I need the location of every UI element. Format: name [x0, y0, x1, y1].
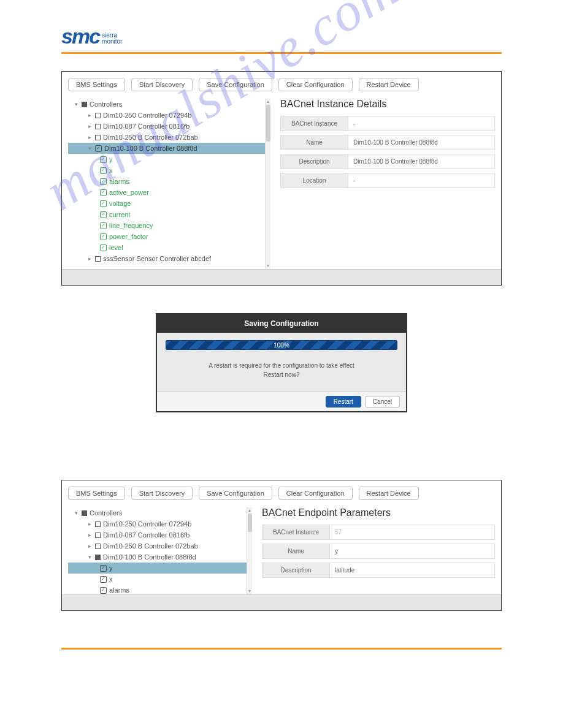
tree-child[interactable]: ✓level [68, 242, 270, 253]
check-icon: ✓ [100, 167, 107, 174]
tree-root-label: Controllers [90, 509, 122, 517]
tree-root[interactable]: ▾ Controllers [68, 507, 252, 518]
tree-item-label: Dim10-100 B Controller 088f8d [103, 553, 196, 561]
chevron-right-icon[interactable]: ▸ [86, 543, 93, 549]
scrollbar[interactable]: ▴ ▾ [247, 507, 252, 594]
device-tree[interactable]: ▾ Controllers ▸Dim10-250 Controller 0729… [68, 507, 252, 594]
tree-item-selected[interactable]: ▾✓Dim10-100 B Controller 088f8d [68, 143, 270, 154]
tree-child[interactable]: ✓alarms [68, 176, 270, 187]
tree-child-label: x [109, 575, 113, 583]
tree-container: ▾ Controllers ▸Dim10-250 Controller 0729… [68, 507, 252, 594]
chevron-right-icon[interactable]: ▸ [86, 123, 93, 129]
scroll-thumb[interactable] [266, 105, 270, 142]
logo: smc sierra monitor [61, 25, 502, 48]
tree-child[interactable]: ✓line_frequency [68, 220, 270, 231]
tree-child[interactable]: ✓voltage [68, 198, 270, 209]
logo-main-text: smc [61, 25, 99, 48]
dialog-prompt: Restart now? [166, 371, 397, 378]
tree-item[interactable]: ▸Dim10-250 B Controller 072bab [68, 132, 270, 143]
chevron-right-icon[interactable]: ▸ [86, 112, 93, 118]
start-discovery-button[interactable]: Start Discovery [131, 487, 193, 500]
scroll-down-icon[interactable]: ▾ [266, 263, 270, 269]
check-icon: ✓ [100, 222, 107, 229]
details-panel: BACnet Instance Details BACnet Instance-… [280, 99, 495, 269]
chevron-down-icon[interactable]: ▾ [86, 554, 93, 560]
chevron-down-icon[interactable]: ▾ [73, 101, 79, 107]
chevron-right-icon[interactable]: ▸ [86, 532, 93, 538]
clear-configuration-button[interactable]: Clear Configuration [278, 487, 353, 500]
tree-child[interactable]: ✓alarms [68, 585, 252, 594]
footer-divider [61, 648, 502, 650]
tree-child-label: level [109, 244, 123, 251]
logo-sub-text: sierra monitor [102, 32, 122, 45]
chevron-down-icon[interactable]: ▾ [73, 510, 79, 516]
start-discovery-button[interactable]: Start Discovery [131, 78, 193, 91]
config-panel-1: BMS Settings Start Discovery Save Config… [61, 71, 502, 286]
tree-child[interactable]: ✓active_power [68, 187, 270, 198]
detail-row: Location- [280, 173, 495, 188]
detail-label: Description [280, 154, 348, 169]
tree-item[interactable]: ▾Dim10-100 B Controller 088f8d [68, 552, 252, 563]
tree-item[interactable]: ▸Dim10-250 B Controller 072bab [68, 540, 252, 552]
check-icon: ✓ [100, 211, 107, 218]
detail-value: 57 [329, 525, 495, 540]
tree-child-selected[interactable]: ✓y [68, 563, 252, 574]
scroll-thumb[interactable] [248, 514, 252, 532]
dialog-title: Saving Configuration [157, 314, 406, 333]
tree-child[interactable]: ✓power_factor [68, 231, 270, 242]
scroll-up-icon[interactable]: ▴ [247, 507, 252, 514]
detail-value[interactable]: Dim10-100 B Controller 088f8d [348, 154, 495, 169]
scrollbar[interactable]: ▴ ▾ [265, 99, 270, 269]
detail-row: Namey [262, 544, 495, 559]
detail-value: - [348, 173, 495, 188]
restart-device-button[interactable]: Restart Device [359, 78, 419, 91]
bms-settings-button[interactable]: BMS Settings [68, 487, 125, 500]
tree-child-label: x [109, 167, 113, 174]
square-icon [95, 544, 101, 549]
tree-item[interactable]: ▸Dim10-087 Controller 0816fb [68, 121, 270, 132]
tree-item[interactable]: ▸sssSensor Sensor Controller abcdef [68, 253, 270, 264]
tree-item[interactable]: ▸Dim10-087 Controller 0816fb [68, 529, 252, 540]
cancel-button[interactable]: Cancel [365, 396, 400, 408]
tree-child-label: voltage [109, 200, 131, 207]
tree-child[interactable]: ✓x [68, 574, 252, 585]
details-panel: BACnet Endpoint Parameters BACnet Instan… [262, 507, 495, 594]
details-title: BACnet Instance Details [280, 99, 495, 110]
chevron-right-icon[interactable]: ▸ [86, 256, 93, 262]
scroll-down-icon[interactable]: ▾ [247, 588, 252, 594]
chevron-right-icon[interactable]: ▸ [86, 134, 93, 140]
square-icon [95, 521, 101, 527]
detail-value[interactable]: y [329, 544, 495, 559]
panel-footer [62, 594, 501, 610]
bms-settings-button[interactable]: BMS Settings [68, 78, 125, 91]
dialog-actions: Restart Cancel [157, 392, 406, 411]
save-configuration-button[interactable]: Save Configuration [199, 487, 272, 500]
tree-item-label: Dim10-087 Controller 0816fb [103, 123, 190, 130]
device-tree[interactable]: ▾ Controllers ▸Dim10-250 Controller 0729… [68, 99, 270, 269]
tree-root[interactable]: ▾ Controllers [68, 99, 270, 110]
chevron-right-icon[interactable]: ▸ [86, 521, 93, 527]
tree-item[interactable]: ▸Dim10-250 Controller 07294b [68, 518, 252, 529]
restart-device-button[interactable]: Restart Device [359, 487, 419, 500]
tree-child[interactable]: ✓current [68, 209, 270, 220]
restart-button[interactable]: Restart [326, 396, 361, 408]
dialog-wrapper: Saving Configuration 100% A restart is r… [61, 313, 502, 412]
tree-child-label: y [109, 156, 113, 163]
detail-value[interactable]: latitude [329, 563, 495, 578]
tree-item[interactable]: ▸Dim10-250 Controller 07294b [68, 110, 270, 121]
scroll-up-icon[interactable]: ▴ [266, 99, 270, 105]
tree-root-label: Controllers [90, 100, 122, 108]
logo-sub1: sierra [102, 32, 122, 39]
detail-label: Name [262, 544, 329, 559]
detail-value[interactable]: Dim10-100 B Controller 088f8d [348, 135, 495, 150]
tree-child[interactable]: ✓y [68, 154, 270, 165]
check-icon: ✓ [100, 565, 107, 572]
clear-configuration-button[interactable]: Clear Configuration [278, 78, 353, 91]
square-icon [95, 533, 101, 538]
save-configuration-button[interactable]: Save Configuration [199, 78, 272, 91]
detail-row: Descriptionlatitude [262, 563, 495, 578]
chevron-down-icon[interactable]: ▾ [86, 145, 93, 151]
panel-footer [62, 269, 501, 285]
tree-child[interactable]: ✓x [68, 165, 270, 176]
header-divider [61, 52, 502, 54]
